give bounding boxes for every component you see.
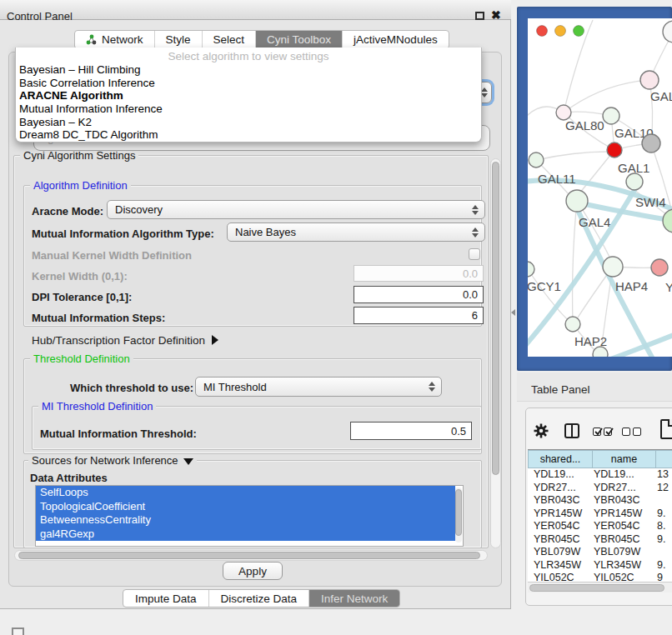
table-cell: YBR045C xyxy=(594,533,640,547)
dropdown-item[interactable]: Basic Correlation Inference xyxy=(16,77,481,90)
network-edge[interactable] xyxy=(573,201,577,324)
network-node-gcy1[interactable] xyxy=(528,262,534,277)
network-node-gal4[interactable] xyxy=(566,190,588,212)
dropdown-item[interactable]: Mutual Information Inference xyxy=(16,102,481,116)
hub-definition-expander[interactable]: Hub/Transcription Factor Definition xyxy=(32,334,218,347)
network-edge-thick[interactable] xyxy=(599,333,672,357)
network-canvas[interactable]: GAL2GAL80GAL10GAL11SWI4GAL4GCY1HAP4YHAP2… xyxy=(528,18,672,357)
table-column-header[interactable]: shared... xyxy=(528,450,593,468)
tab-infer-network[interactable]: Infer Network xyxy=(308,590,399,607)
network-node-gal2[interactable] xyxy=(640,71,659,89)
float-window-icon[interactable] xyxy=(475,12,484,20)
which-threshold-combobox[interactable]: MI Threshold xyxy=(195,377,442,397)
deselect-all-checkbox-icon[interactable] xyxy=(633,428,641,436)
kernel-width-field: 0.0 xyxy=(354,265,484,282)
attribute-list-item[interactable]: BetweennessCentrality xyxy=(36,513,455,528)
attribute-list-item[interactable]: TopologicalCoefficient xyxy=(36,500,455,514)
mi-algorithm-type-value: Naive Bayes xyxy=(235,226,296,238)
node-label: GAL80 xyxy=(565,118,604,132)
network-node-gal11[interactable] xyxy=(529,152,544,168)
network-node-y[interactable] xyxy=(651,259,668,276)
aracne-mode-combobox[interactable]: Discovery xyxy=(107,200,485,219)
table-row[interactable]: YER054CYER054C8. xyxy=(528,520,672,533)
table-cell: YIL052C xyxy=(594,572,634,582)
table-row[interactable]: YBL079WYBL079W xyxy=(528,546,672,559)
mi-threshold-group-title: MI Threshold Definition xyxy=(38,400,156,412)
tab-network[interactable]: Network xyxy=(75,31,154,48)
network-node[interactable] xyxy=(593,347,608,357)
table-row[interactable]: YDL19...YDL19...13 xyxy=(528,468,672,482)
dropdown-item[interactable]: Bayesian – K2 xyxy=(16,116,481,129)
select-all-checkbox-icon[interactable] xyxy=(604,428,612,436)
close-traffic-light-icon[interactable] xyxy=(537,26,548,37)
sources-group-title[interactable]: Sources for Network Inference xyxy=(28,454,197,467)
mi-steps-field[interactable]: 6 xyxy=(354,307,484,324)
table-row[interactable]: YDR27...YDR27...12 xyxy=(528,482,672,495)
network-node-gal10[interactable] xyxy=(603,108,619,124)
table-row[interactable]: YLR345WYLR345W9. xyxy=(528,559,672,572)
data-attributes-list[interactable]: SelfLoopsTopologicalCoefficientBetweenne… xyxy=(35,485,464,547)
node-label: GAL4 xyxy=(579,215,610,229)
kernel-width-label: Kernel Width (0,1): xyxy=(32,270,128,282)
bottom-left-partial-icon xyxy=(12,628,24,635)
table-column-header[interactable]: name xyxy=(593,450,656,468)
zoom-traffic-light-icon[interactable] xyxy=(574,26,584,37)
dropdown-item[interactable]: Dream8 DC_TDC Algorithm xyxy=(16,128,481,142)
node-label: Y xyxy=(665,280,672,294)
manual-kernel-width-checkbox[interactable] xyxy=(469,248,480,260)
dropdown-item[interactable]: ARACNE Algorithm xyxy=(16,89,481,102)
dropdown-item[interactable]: Bayesian – Hill Climbing xyxy=(16,63,481,77)
table-row[interactable]: YBR043CYBR043C xyxy=(528,494,672,508)
settings-vertical-scrollbar[interactable] xyxy=(490,158,501,548)
table-column-header[interactable] xyxy=(656,450,672,468)
close-icon[interactable]: ✖ xyxy=(491,8,501,22)
show-columns-icon[interactable] xyxy=(564,423,579,438)
table-rows[interactable]: YDL19...YDL19...13YDR27...YDR27...12YBR0… xyxy=(528,468,672,582)
dpi-tolerance-field[interactable]: 0.0 xyxy=(354,286,484,303)
network-node-hap4[interactable] xyxy=(603,257,623,277)
table-cell: YDR27... xyxy=(534,482,576,495)
table-cell: 9. xyxy=(657,533,665,547)
panel-splitter-arrow-icon[interactable] xyxy=(511,309,515,316)
gear-icon[interactable] xyxy=(533,422,549,439)
table-cell: YBR043C xyxy=(534,494,580,508)
network-edge[interactable] xyxy=(564,80,649,112)
table-cell: YBL079W xyxy=(534,546,580,559)
network-node[interactable] xyxy=(607,142,622,158)
data-attributes-label: Data Attributes xyxy=(30,472,108,484)
minimize-traffic-light-icon[interactable] xyxy=(555,26,566,37)
table-cell: YBR043C xyxy=(594,494,640,508)
attribute-list-item[interactable]: gal4RGexp xyxy=(36,528,455,542)
tab-discretize-data[interactable]: Discretize Data xyxy=(208,590,309,607)
tab-cyni-toolbox[interactable]: Cyni Toolbox xyxy=(255,31,342,48)
network-node[interactable] xyxy=(642,134,660,152)
table-row[interactable]: YBR045CYBR045C9. xyxy=(528,533,672,547)
apply-button[interactable]: Apply xyxy=(223,562,283,580)
node-label: GAL2 xyxy=(650,89,672,103)
mi-algorithm-type-combobox[interactable]: Naive Bayes xyxy=(227,222,485,242)
node-label: SWI4 xyxy=(635,195,666,209)
network-icon xyxy=(86,34,97,45)
network-node[interactable] xyxy=(663,21,672,42)
table-row[interactable]: YIL052CYIL052C9 xyxy=(528,572,672,582)
table-cell: YPR145W xyxy=(534,508,582,521)
deselect-all-checkbox-icon[interactable] xyxy=(622,428,630,436)
function-builder-icon[interactable] xyxy=(660,419,672,439)
table-cell: YIL052C xyxy=(534,572,574,582)
tab-impute-data[interactable]: Impute Data xyxy=(123,590,208,607)
mi-threshold-field[interactable]: 0.5 xyxy=(350,422,472,440)
network-node-hap2[interactable] xyxy=(565,317,580,332)
table-horizontal-scrollbar[interactable] xyxy=(528,582,672,592)
settings-horizontal-scrollbar[interactable] xyxy=(14,550,488,561)
tab-style[interactable]: Style xyxy=(154,31,202,48)
network-edge[interactable] xyxy=(536,152,608,160)
list-scrollbar[interactable] xyxy=(455,488,462,542)
tab-select[interactable]: Select xyxy=(202,31,256,48)
attribute-list-item[interactable]: SelfLoops xyxy=(36,486,455,500)
table-row[interactable]: YPR145WYPR145W9. xyxy=(528,508,672,521)
table-cell: 12 xyxy=(657,482,669,495)
table-cell: 8. xyxy=(657,520,665,533)
tab-jactivemnodules[interactable]: jActiveMNodules xyxy=(342,31,449,48)
select-all-checkbox-icon[interactable] xyxy=(593,428,601,436)
network-node-swi4[interactable] xyxy=(626,173,643,190)
